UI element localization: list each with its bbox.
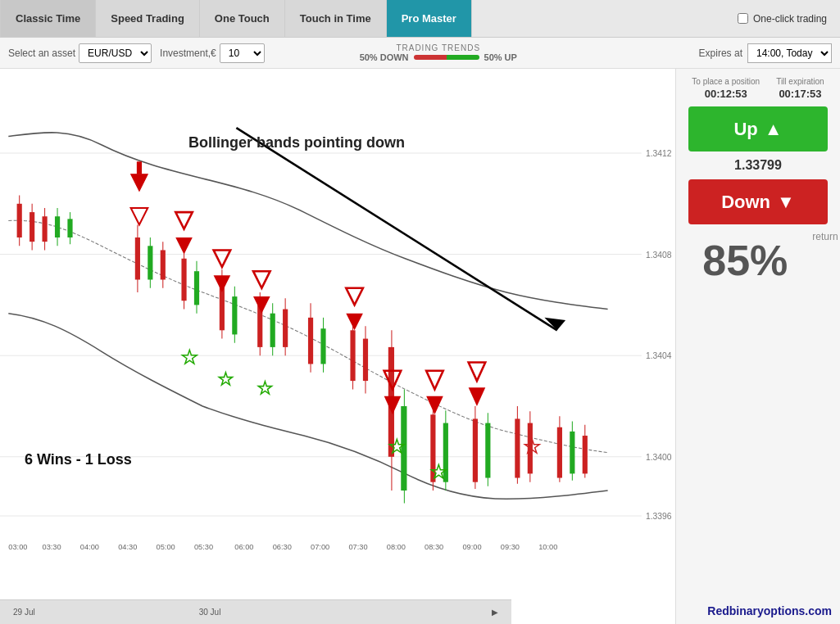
position-timer: 00:12:53 xyxy=(705,88,747,100)
watermark: Redbinaryoptions.com xyxy=(707,604,832,617)
expiration-label: Till expiration xyxy=(776,77,824,86)
one-click-checkbox[interactable] xyxy=(738,13,748,24)
svg-text:05:00: 05:00 xyxy=(157,543,175,551)
up-arrow: ▲ xyxy=(765,119,783,140)
svg-text:07:00: 07:00 xyxy=(311,543,329,551)
svg-text:★: ★ xyxy=(430,461,447,482)
expires-dropdown[interactable]: 14:00, Today 15:00, Today xyxy=(747,43,832,63)
up-button[interactable]: Up ▲ xyxy=(688,106,828,151)
up-label: Up xyxy=(733,119,757,140)
svg-rect-74 xyxy=(137,161,142,174)
tabs-bar: Classic Time Speed Trading One Touch Tou… xyxy=(0,0,840,38)
one-click-label: One-click trading xyxy=(753,13,827,25)
position-label: To place a position xyxy=(692,77,760,86)
svg-text:10:00: 10:00 xyxy=(538,543,557,551)
trading-trends-label: TRADING TRENDS xyxy=(396,43,480,52)
down-pct: 50% DOWN xyxy=(360,52,409,62)
investment-select-container: Investment,€ 10 25 50 100 xyxy=(160,43,265,63)
svg-text:1.3400: 1.3400 xyxy=(646,453,672,462)
return-area: 85% return xyxy=(702,239,813,282)
svg-text:03:00: 03:00 xyxy=(8,543,27,551)
svg-text:★: ★ xyxy=(257,378,273,397)
svg-text:04:00: 04:00 xyxy=(80,543,99,551)
chart-bottom-bar: 29 Jul 30 Jul ▶ xyxy=(0,599,511,624)
expiration-timer: 00:17:53 xyxy=(779,88,821,100)
tab-classic-time[interactable]: Classic Time xyxy=(0,0,96,37)
tab-pro-master[interactable]: Pro Master xyxy=(387,0,472,37)
right-panel: To place a position 00:12:53 Till expira… xyxy=(676,69,840,624)
svg-text:09:00: 09:00 xyxy=(462,543,481,551)
svg-text:1.3404: 1.3404 xyxy=(646,351,672,360)
expires-area: Expires at 14:00, Today 15:00, Today xyxy=(699,43,832,63)
date-30jul: 30 Jul xyxy=(199,608,221,617)
tab-speed-trading[interactable]: Speed Trading xyxy=(96,0,200,37)
position-timer-box: To place a position 00:12:53 xyxy=(692,77,760,100)
svg-text:06:00: 06:00 xyxy=(234,543,253,551)
asset-dropdown[interactable]: EUR/USD GBP/USD USD/JPY xyxy=(79,43,152,63)
return-value: 85% xyxy=(702,239,788,282)
date-29jul: 29 Jul xyxy=(13,608,35,617)
svg-text:★: ★ xyxy=(388,436,406,457)
chart-svg-wrapper: 1.3412 1.3408 1.3404 1.3400 1.3396 xyxy=(0,69,675,599)
return-row: 85% return xyxy=(702,239,813,282)
svg-text:★: ★ xyxy=(181,346,198,368)
trends-bar: 50% DOWN 50% UP xyxy=(360,52,517,62)
chart-svg: 1.3412 1.3408 1.3404 1.3400 1.3396 xyxy=(0,69,675,558)
svg-text:04:30: 04:30 xyxy=(118,543,137,551)
timer-row: To place a position 00:12:53 Till expira… xyxy=(684,77,832,100)
up-pct: 50% UP xyxy=(484,52,517,62)
down-arrow: ▼ xyxy=(777,192,795,213)
trend-line xyxy=(414,55,479,60)
investment-label: Investment,€ xyxy=(160,47,216,59)
expires-label: Expires at xyxy=(699,47,742,59)
main-content: 5m ⚡ + 🔧 Euro – United States dollar, FO… xyxy=(0,69,840,624)
date-labels: 29 Jul 30 Jul ▶ xyxy=(5,608,506,617)
asset-label: Select an asset xyxy=(8,47,75,59)
return-label: return xyxy=(812,231,838,242)
svg-text:05:30: 05:30 xyxy=(194,543,213,551)
expiration-timer-box: Till expiration 00:17:53 xyxy=(776,77,824,100)
trading-trends: TRADING TRENDS 50% DOWN 50% UP xyxy=(360,43,517,62)
investment-dropdown[interactable]: 10 25 50 100 xyxy=(220,43,265,63)
svg-text:08:30: 08:30 xyxy=(425,543,443,551)
svg-text:1.3408: 1.3408 xyxy=(646,251,672,260)
svg-text:1.3412: 1.3412 xyxy=(646,149,672,158)
svg-text:09:30: 09:30 xyxy=(501,543,520,551)
svg-rect-0 xyxy=(0,69,675,558)
price-display: 1.33799 xyxy=(734,158,782,173)
asset-select-container: Select an asset EUR/USD GBP/USD USD/JPY xyxy=(8,43,152,63)
tab-touch-in-time[interactable]: Touch in Time xyxy=(285,0,387,37)
svg-text:★: ★ xyxy=(218,369,234,388)
svg-text:07:30: 07:30 xyxy=(348,543,367,551)
down-label: Down xyxy=(721,192,770,213)
controls-bar: Select an asset EUR/USD GBP/USD USD/JPY … xyxy=(0,38,840,69)
svg-text:06:30: 06:30 xyxy=(273,543,292,551)
svg-text:08:00: 08:00 xyxy=(387,543,406,551)
tab-one-touch[interactable]: One Touch xyxy=(200,0,285,37)
svg-text:03:30: 03:30 xyxy=(43,543,61,551)
one-click-area: One-click trading xyxy=(738,13,840,25)
chart-area: 5m ⚡ + 🔧 Euro – United States dollar, FO… xyxy=(0,69,676,624)
svg-text:1.3396: 1.3396 xyxy=(646,512,672,521)
scroll-right[interactable]: ▶ xyxy=(492,608,498,617)
svg-text:★: ★ xyxy=(524,436,541,457)
down-button[interactable]: Down ▼ xyxy=(688,179,828,224)
